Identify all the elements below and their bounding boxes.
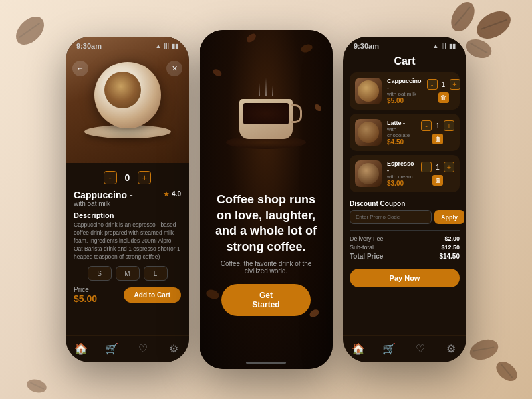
delivery-fee-row: Delivery Fee $2.00 <box>350 235 460 242</box>
time-1: 9:30am <box>76 42 102 50</box>
price-section: Price $5.00 Add to Cart <box>74 286 181 304</box>
total-label: Total Price <box>350 253 383 260</box>
total-row: Total Price $14.50 <box>350 253 460 260</box>
get-started-button[interactable]: Get Started <box>221 284 311 316</box>
item-price: $5.00 <box>387 97 422 104</box>
nav-heart-1[interactable]: ♡ <box>136 341 150 356</box>
total-value: $14.50 <box>439 253 460 260</box>
product-image: ← ✕ <box>66 37 189 163</box>
size-medium[interactable]: M <box>116 266 140 281</box>
battery-icon-1: ▮▮ <box>172 43 178 49</box>
nav-home-1[interactable]: 🏠 <box>74 341 88 356</box>
item-info-latte: Latte - with chocolate $4.50 <box>387 120 416 146</box>
coupon-label: Discount Coupon <box>350 200 460 207</box>
item-increase[interactable]: + <box>450 79 460 90</box>
pay-now-button[interactable]: Pay Now <box>350 269 460 287</box>
cart-item: Cappuccino - with oat milk $5.00 - 1 + 🗑 <box>350 72 460 110</box>
price-value: $5.00 <box>74 293 97 304</box>
splash-tagline: Coffee shop runs on love, laughter, and … <box>210 192 322 255</box>
splash-subtitle: Coffee, the favorite drink of the civili… <box>210 260 322 275</box>
status-bar-2: 9:30am ▲ ||| ▮▮ <box>200 30 332 33</box>
bottom-nav-1: 🏠 🛒 ♡ ⚙ <box>66 335 189 362</box>
phone-cart: 9:30am ▲ ||| ▮▮ Cart Cappuccino - with o… <box>343 37 466 362</box>
price-label: Price <box>74 286 97 293</box>
delivery-fee-label: Delivery Fee <box>350 235 384 242</box>
nav-cart-3[interactable]: 🛒 <box>382 341 396 356</box>
item-image-cappuccino <box>355 78 382 104</box>
battery-icon-3: ▮▮ <box>449 43 456 49</box>
price-summary: Delivery Fee $2.00 Sub-total $12.50 Tota… <box>343 233 466 265</box>
back-button[interactable]: ← <box>72 61 88 76</box>
quantity-decrease[interactable]: - <box>104 171 117 184</box>
coupon-section: Discount Coupon Apply <box>343 196 466 228</box>
item-image-espresso <box>355 160 382 187</box>
cart-item: Espresso - with cream $3.00 - 1 + 🗑 <box>350 155 460 192</box>
item-controls-cappuccino: - 1 + 🗑 <box>427 79 460 103</box>
item-decrease[interactable]: - <box>421 120 432 131</box>
item-variant: with oat milk <box>387 91 422 97</box>
splash-coffee-mug <box>226 76 306 149</box>
rating-value: 4.0 <box>172 190 181 198</box>
item-controls-latte: - 1 + 🗑 <box>421 120 454 144</box>
nav-heart-3[interactable]: ♡ <box>413 341 428 356</box>
delivery-fee-value: $2.00 <box>444 235 460 242</box>
product-image-cup <box>94 62 161 128</box>
apply-button[interactable]: Apply <box>434 210 464 224</box>
item-increase[interactable]: + <box>444 162 454 172</box>
item-variant: with chocolate <box>387 126 416 138</box>
size-selector: S M L <box>74 266 181 281</box>
item-quantity: 1 <box>440 81 447 88</box>
nav-home-3[interactable]: 🏠 <box>351 341 366 356</box>
item-quantity: 1 <box>434 122 441 130</box>
star-icon: ★ <box>163 190 170 198</box>
item-name: Cappuccino - <box>387 78 422 91</box>
add-to-cart-button[interactable]: Add to Cart <box>124 287 181 303</box>
status-bar-1: 9:30am ▲ ||| ▮▮ <box>66 37 189 53</box>
cart-items-list: Cappuccino - with oat milk $5.00 - 1 + 🗑 <box>343 72 466 196</box>
subtotal-row: Sub-total $12.50 <box>350 244 460 251</box>
quantity-increase[interactable]: + <box>138 171 151 184</box>
coupon-input[interactable] <box>350 210 432 224</box>
signal-icon-1: ||| <box>164 43 169 49</box>
phone-splash: 9:30am ▲ ||| ▮▮ <box>200 30 332 369</box>
splash-content: Coffee shop runs on love, laughter, and … <box>200 192 332 316</box>
item-controls-espresso: - 1 + 🗑 <box>421 162 454 186</box>
subtotal-value: $12.50 <box>441 244 460 251</box>
status-bar-3: 9:30am ▲ ||| ▮▮ <box>343 37 466 53</box>
wifi-icon-1: ▲ <box>156 43 162 49</box>
item-name: Espresso - <box>387 160 416 174</box>
item-delete[interactable]: 🗑 <box>432 134 443 144</box>
subtotal-label: Sub-total <box>350 244 374 251</box>
product-name: Cappuccino - <box>74 190 133 200</box>
description-title: Description <box>74 211 181 219</box>
item-info-cappuccino: Cappuccino - with oat milk $5.00 <box>387 78 422 104</box>
product-subtitle: with oat milk <box>74 200 133 207</box>
divider <box>350 230 460 231</box>
bottom-nav-3: 🏠 🛒 ♡ ⚙ <box>343 335 466 362</box>
item-delete[interactable]: 🗑 <box>432 175 443 186</box>
phone-product-detail: 9:30am ▲ ||| ▮▮ ← ✕ - 0 + <box>66 37 189 362</box>
item-image-latte <box>355 119 382 146</box>
item-delete[interactable]: 🗑 <box>438 92 449 103</box>
product-content: - 0 + Cappuccino - with oat milk ★ 4.0 D… <box>66 163 189 335</box>
home-indicator <box>246 362 286 364</box>
size-small[interactable]: S <box>88 266 112 281</box>
cart-item: Latte - with chocolate $4.50 - 1 + 🗑 <box>350 114 460 151</box>
time-3: 9:30am <box>354 42 379 50</box>
item-quantity: 1 <box>434 164 441 171</box>
item-variant: with cream <box>387 174 416 180</box>
nav-cart-1[interactable]: 🛒 <box>104 341 119 356</box>
cart-title: Cart <box>343 53 466 72</box>
item-increase[interactable]: + <box>444 120 454 131</box>
item-price: $3.00 <box>387 180 416 187</box>
item-decrease[interactable]: - <box>421 162 432 172</box>
item-decrease[interactable]: - <box>427 79 438 90</box>
favorite-button[interactable]: ✕ <box>166 61 182 76</box>
signal-icon-3: ||| <box>441 43 446 49</box>
description-text: Cappuccino drink is an espresso - based … <box>74 221 181 261</box>
size-large[interactable]: L <box>144 266 168 281</box>
nav-settings-1[interactable]: ⚙ <box>166 341 181 356</box>
item-info-espresso: Espresso - with cream $3.00 <box>387 160 416 187</box>
item-name: Latte - <box>387 120 416 126</box>
nav-settings-3[interactable]: ⚙ <box>444 341 458 356</box>
